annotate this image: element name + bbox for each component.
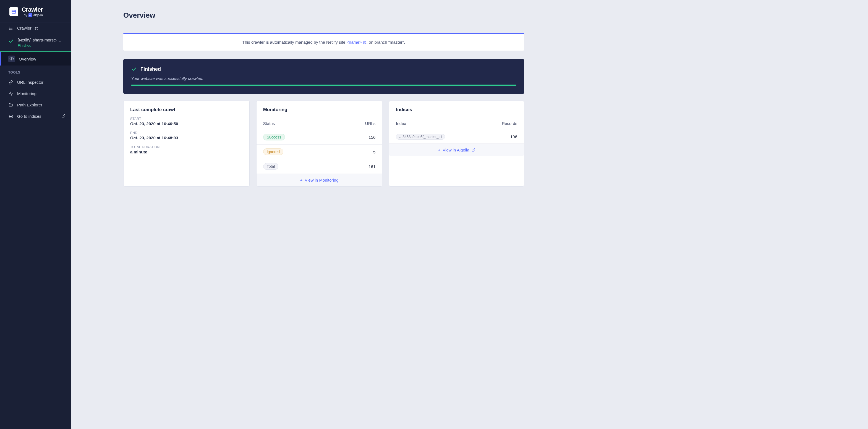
nav-path-explorer[interactable]: Path Explorer xyxy=(0,99,71,111)
nav-overview-label: Overview xyxy=(19,57,36,61)
svg-line-20 xyxy=(473,149,475,150)
current-crawler[interactable]: [Netlify] sharp-morse-… Finished xyxy=(0,34,71,52)
progress-bar xyxy=(131,85,516,86)
current-crawler-status: Finished xyxy=(18,43,61,48)
tools-header: TOOLS xyxy=(0,65,71,76)
view-in-monitoring-link[interactable]: + View in Monitoring xyxy=(256,174,382,186)
view-in-algolia-link[interactable]: + View in Algolia xyxy=(389,144,524,156)
footer-label: View in Algolia xyxy=(442,148,469,152)
check-icon xyxy=(131,66,137,72)
logo: Crawler by algolia xyxy=(0,0,71,22)
info-banner: This crawler is automatically managed by… xyxy=(123,33,524,51)
nav-go-to-indices[interactable]: Go to indices xyxy=(0,111,71,122)
svg-point-12 xyxy=(9,29,9,29)
url-count: 156 xyxy=(369,135,375,140)
check-icon xyxy=(8,38,14,45)
card-indices: Indices Index Records …3458a0abe5f_maste… xyxy=(389,101,524,187)
card-monitoring: Monitoring Status URLs Success 156 Ignor… xyxy=(256,101,382,187)
end-value: Oct. 23, 2020 at 16:48:03 xyxy=(130,135,243,140)
banner-post: , on branch "master". xyxy=(367,40,405,44)
page-title: Overview xyxy=(123,11,524,20)
footer-label: View in Monitoring xyxy=(305,178,338,182)
status-badge: Ignored xyxy=(263,148,283,155)
sidebar: Crawler by algolia Crawler list xyxy=(0,0,71,429)
folder-icon xyxy=(8,103,13,107)
table-row: Total 161 xyxy=(256,159,382,174)
indices-header-row: Index Records xyxy=(389,117,524,130)
table-row: Ignored 5 xyxy=(256,145,382,159)
nav-crawler-list[interactable]: Crawler list xyxy=(0,22,71,34)
start-label: START xyxy=(130,117,243,121)
svg-point-17 xyxy=(10,117,10,117)
external-link-icon xyxy=(61,114,65,119)
start-value: Oct. 23, 2020 at 16:46:50 xyxy=(130,121,243,126)
col-urls: URLs xyxy=(365,121,376,126)
list-icon xyxy=(8,26,13,30)
svg-line-18 xyxy=(63,115,65,116)
banner-site-link[interactable]: <name> xyxy=(346,40,366,44)
external-link-icon xyxy=(472,148,475,152)
status-panel: Finished Your website was successfully c… xyxy=(123,59,524,94)
table-row: …3458a0abe5f_master_all 196 xyxy=(389,130,524,144)
status-title: Finished xyxy=(141,66,161,72)
database-icon xyxy=(8,114,13,119)
external-link-icon xyxy=(363,41,367,44)
col-records: Records xyxy=(502,121,517,126)
col-status: Status xyxy=(263,121,275,126)
url-count: 161 xyxy=(369,164,375,169)
current-crawler-name: [Netlify] sharp-morse-… xyxy=(18,38,61,42)
status-message: Your website was successfully crawled. xyxy=(131,76,516,81)
nav-go-to-indices-label: Go to indices xyxy=(17,114,41,119)
records-count: 196 xyxy=(510,134,517,139)
end-label: END xyxy=(130,131,243,135)
card-last-crawl-title: Last complete crawl xyxy=(124,107,249,117)
crawler-logo-icon xyxy=(9,7,18,16)
plus-icon: + xyxy=(300,178,302,182)
card-indices-title: Indices xyxy=(389,107,524,117)
col-index: Index xyxy=(396,121,406,126)
table-row: Success 156 xyxy=(256,130,382,145)
banner-link-text: <name> xyxy=(346,40,362,44)
svg-line-19 xyxy=(364,41,366,43)
nav-url-inspector-label: URL Inspector xyxy=(17,80,43,85)
link-icon xyxy=(8,80,13,85)
brand-name: Crawler xyxy=(22,6,43,13)
activity-icon xyxy=(8,91,13,96)
brand-byline: by algolia xyxy=(22,13,43,17)
svg-point-11 xyxy=(9,28,9,28)
nav-monitoring[interactable]: Monitoring xyxy=(0,88,71,99)
byline-by: by xyxy=(24,13,27,17)
svg-point-16 xyxy=(10,115,10,116)
banner-pre: This crawler is automatically managed by… xyxy=(242,40,347,44)
nav-monitoring-label: Monitoring xyxy=(17,91,36,96)
eye-icon xyxy=(8,56,15,62)
nav-url-inspector[interactable]: URL Inspector xyxy=(0,76,71,88)
byline-algolia: algolia xyxy=(33,13,43,17)
duration-value: a minute xyxy=(130,150,243,154)
card-monitoring-title: Monitoring xyxy=(256,107,382,117)
algolia-icon xyxy=(28,13,32,17)
nav-overview[interactable]: Overview xyxy=(0,52,71,65)
nav-path-explorer-label: Path Explorer xyxy=(17,102,42,107)
status-badge: Success xyxy=(263,134,285,141)
nav-crawler-list-label: Crawler list xyxy=(17,26,38,30)
card-last-crawl: Last complete crawl START Oct. 23, 2020 … xyxy=(123,101,250,187)
plus-icon: + xyxy=(438,148,441,152)
main-content: Overview This crawler is automatically m… xyxy=(71,0,541,429)
duration-label: TOTAL DURATION xyxy=(130,145,243,149)
url-count: 5 xyxy=(373,150,375,154)
monitoring-header-row: Status URLs xyxy=(256,117,382,130)
svg-point-13 xyxy=(11,58,12,59)
svg-rect-0 xyxy=(12,10,16,13)
index-name-badge: …3458a0abe5f_master_all xyxy=(396,134,445,140)
status-badge: Total xyxy=(263,163,279,170)
